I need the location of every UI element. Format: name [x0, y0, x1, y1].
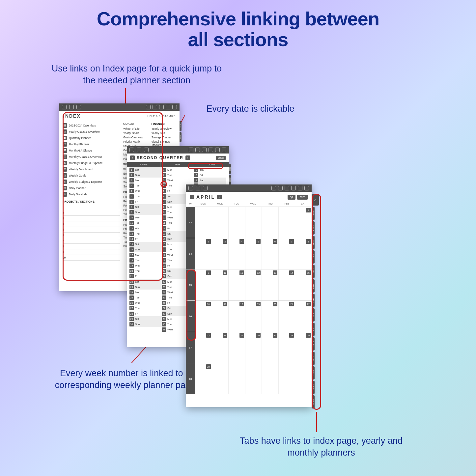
month-side-tab[interactable]: FEB: [312, 250, 315, 264]
month-day-cell[interactable]: 23: [195, 332, 212, 363]
month-day-cell[interactable]: 8: [295, 238, 312, 269]
clipboard-icon[interactable]: [196, 186, 200, 190]
quarter-date-row[interactable]: 2Fri: [194, 172, 226, 178]
index-sublink[interactable]: Priority Matrix: [123, 139, 148, 144]
quarter-date-row[interactable]: 13Thu: [129, 231, 162, 236]
month-day-cell[interactable]: [262, 207, 278, 238]
month-side-tab[interactable]: JAN: [312, 236, 315, 249]
month-day-cell[interactable]: 12: [245, 269, 262, 300]
month-day-cell[interactable]: 1: [295, 207, 312, 238]
quarter-date-row[interactable]: 25Tue: [129, 295, 162, 300]
index-link[interactable]: ☑Monthly Goals & Overview: [63, 154, 120, 160]
quarter-date-row[interactable]: 8Sat: [129, 204, 162, 210]
quarter-date-row[interactable]: 14Fri: [129, 236, 162, 241]
quarter-date-row[interactable]: 2Sun: [129, 172, 162, 178]
quarter-side-tab[interactable]: 2023: [229, 164, 231, 174]
month-day-cell[interactable]: 21: [278, 301, 295, 332]
month-side-tab[interactable]: MAR: [312, 265, 315, 278]
quarter-date-row[interactable]: 3Sat: [194, 178, 226, 183]
index-link[interactable]: ⊞Weekly Dashboard: [63, 166, 120, 172]
index-sublink[interactable]: Goals Overview: [123, 135, 148, 139]
month-day-cell[interactable]: 5: [245, 238, 262, 269]
month-day-cell[interactable]: [195, 207, 212, 238]
nav-m-icon[interactable]: [209, 148, 213, 152]
clipboard-icon[interactable]: [137, 148, 141, 152]
month-day-cell[interactable]: 15: [295, 269, 312, 300]
quarter-date-row[interactable]: 23Sun: [129, 284, 162, 290]
month-day-cell[interactable]: [245, 363, 262, 394]
index-sublink[interactable]: Wheel of Life: [123, 126, 148, 131]
month-day-cell[interactable]: 24: [212, 332, 229, 363]
quarter-date-row[interactable]: 1Sat: [129, 167, 162, 172]
quarter-prev-button[interactable]: ‹: [130, 155, 135, 160]
month-day-cell[interactable]: 20: [262, 301, 278, 332]
index-project-line[interactable]: 10: [63, 255, 120, 261]
month-side-tab[interactable]: OCT: [312, 366, 315, 379]
month-day-cell[interactable]: 6: [262, 238, 278, 269]
index-project-line[interactable]: 2: [63, 210, 120, 216]
quarter-date-row[interactable]: 21Fri: [129, 274, 162, 279]
quarter-date-row[interactable]: 16Sun: [129, 247, 162, 252]
quarter-date-row[interactable]: 28Fri: [129, 311, 162, 316]
quarter-date-row[interactable]: 1Mon: [162, 167, 194, 172]
quarter-date-row[interactable]: 3Mon: [129, 178, 162, 183]
quarter-date-row[interactable]: 17Mon: [129, 252, 162, 258]
month-week-number[interactable]: 13: [186, 207, 195, 238]
nav-y-icon[interactable]: [189, 148, 193, 152]
month-side-home-tab[interactable]: ⌂: [312, 194, 319, 206]
month-day-cell[interactable]: [245, 207, 262, 238]
month-day-cell[interactable]: [295, 363, 312, 394]
index-project-line[interactable]: 3: [63, 216, 120, 221]
month-day-cell[interactable]: 30: [195, 363, 212, 394]
index-side-tab[interactable]: 2023: [180, 121, 182, 131]
quarter-month-header[interactable]: JUNE: [195, 162, 229, 167]
home-icon[interactable]: [129, 148, 134, 152]
month-day-cell[interactable]: 2: [195, 238, 212, 269]
nav-m-icon[interactable]: [159, 105, 164, 109]
quarter-date-row[interactable]: 24Mon: [129, 290, 162, 295]
nav-d-icon[interactable]: [172, 105, 177, 109]
quarter-date-row[interactable]: 7Fri: [129, 199, 162, 204]
month-day-cell[interactable]: [262, 363, 278, 394]
nav-m-icon[interactable]: [291, 186, 296, 190]
quarter-date-row[interactable]: 2Tue: [162, 172, 194, 178]
quarter-date-row[interactable]: 22Sat: [129, 279, 162, 284]
quarter-date-row[interactable]: 18Tue: [129, 258, 162, 263]
month-day-cell[interactable]: 7: [278, 238, 295, 269]
index-sublink[interactable]: Yearly Overview: [152, 126, 176, 131]
month-day-cell[interactable]: 10: [212, 269, 229, 300]
index-project-line[interactable]: 9: [63, 249, 120, 255]
index-link[interactable]: ◚Month At A Glance: [63, 147, 120, 154]
month-day-cell[interactable]: 16: [195, 301, 212, 332]
month-day-cell[interactable]: 22: [295, 301, 312, 332]
home-icon[interactable]: [188, 186, 193, 190]
index-project-line[interactable]: 5: [63, 227, 120, 233]
month-week-number[interactable]: 17: [186, 332, 195, 363]
month-week-number[interactable]: 18: [186, 363, 195, 394]
nav-w-icon[interactable]: [298, 186, 302, 190]
month-day-cell[interactable]: 11: [228, 269, 245, 300]
index-project-line[interactable]: 8: [63, 244, 120, 249]
month-day-cell[interactable]: 25: [228, 332, 245, 363]
month-side-tab[interactable]: NOV: [312, 381, 315, 394]
quarter-date-row[interactable]: 6Thu: [129, 194, 162, 199]
month-next-button[interactable]: ›: [217, 195, 222, 199]
month-side-tab[interactable]: AUG: [312, 337, 315, 350]
nav-y-icon[interactable]: [271, 186, 276, 190]
quarter-date-row[interactable]: 15Sat: [129, 242, 162, 247]
quarter-date-row[interactable]: 30Sun: [129, 322, 162, 327]
month-day-cell[interactable]: [212, 207, 229, 238]
check-icon[interactable]: [203, 186, 208, 190]
quarter-date-row[interactable]: 4Tue: [129, 183, 162, 188]
index-sublink[interactable]: Yearly Bills: [152, 131, 176, 135]
quarter-date-row[interactable]: 12Wed: [129, 226, 162, 231]
quarter-date-row[interactable]: 27Thu: [129, 306, 162, 311]
nav-w-icon[interactable]: [166, 105, 170, 109]
month-day-cell[interactable]: [228, 363, 245, 394]
month-day-cell[interactable]: [228, 207, 245, 238]
quarter-date-row[interactable]: 5Wed: [129, 188, 162, 194]
quarter-next-button[interactable]: ›: [185, 155, 190, 160]
month-day-cell[interactable]: [278, 363, 295, 394]
quarter-month-header[interactable]: MAY: [161, 162, 195, 167]
quarter-date-row[interactable]: 9Sun: [129, 210, 162, 215]
